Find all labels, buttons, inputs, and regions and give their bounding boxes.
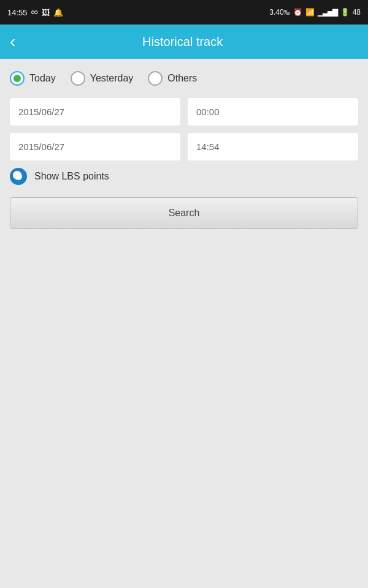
- radio-label-yesterday: Yesterday: [90, 73, 134, 84]
- end-date-input[interactable]: [10, 133, 180, 160]
- radio-circle-today: [10, 71, 25, 86]
- status-bar: 14:55 ∞ 🖼 🔔 3.40‰ ⏰ 📶 ▁▃▅▇ 🔋 48: [0, 0, 368, 24]
- lbs-row: Show LBS points: [10, 168, 358, 185]
- date-time-row-2: [10, 133, 358, 160]
- radio-circle-others: [148, 71, 163, 86]
- lbs-label: Show LBS points: [34, 171, 109, 182]
- radio-label-others: Others: [167, 73, 197, 84]
- radio-option-others[interactable]: Others: [148, 71, 197, 86]
- lbs-toggle[interactable]: [10, 168, 27, 185]
- status-right: 3.40‰ ⏰ 📶 ▁▃▅▇ 🔋 48: [269, 8, 361, 17]
- start-time-input[interactable]: [188, 98, 358, 126]
- search-button[interactable]: Search: [10, 197, 358, 229]
- battery-icon: 🔋: [340, 8, 350, 17]
- battery-level: 48: [353, 8, 361, 17]
- header: ‹ Historical track: [0, 24, 368, 59]
- date-time-row-1: [10, 98, 358, 126]
- back-button[interactable]: ‹: [10, 32, 15, 51]
- radio-group: Today Yesterday Others: [10, 71, 358, 86]
- image-icon: 🖼: [42, 8, 50, 17]
- radio-option-yesterday[interactable]: Yesterday: [71, 71, 134, 86]
- radio-inner-today: [13, 75, 21, 82]
- radio-label-today: Today: [29, 73, 56, 84]
- network-speed: 3.40‰: [269, 8, 289, 17]
- start-date-input[interactable]: [10, 98, 180, 126]
- wifi-icon: 📶: [305, 8, 315, 17]
- signal-icon: ▁▃▅▇: [318, 8, 337, 17]
- main-content: Today Yesterday Others Show LBS points S…: [0, 59, 368, 241]
- infinity-icon: ∞: [31, 7, 38, 18]
- end-time-input[interactable]: [188, 133, 358, 160]
- bell-icon: 🔔: [53, 8, 63, 17]
- header-title: Historical track: [25, 35, 340, 49]
- alarm-icon: ⏰: [293, 8, 302, 17]
- radio-circle-yesterday: [71, 71, 85, 86]
- status-time: 14:55: [7, 8, 28, 17]
- status-left: 14:55 ∞ 🖼 🔔: [7, 7, 63, 18]
- radio-option-today[interactable]: Today: [10, 71, 56, 86]
